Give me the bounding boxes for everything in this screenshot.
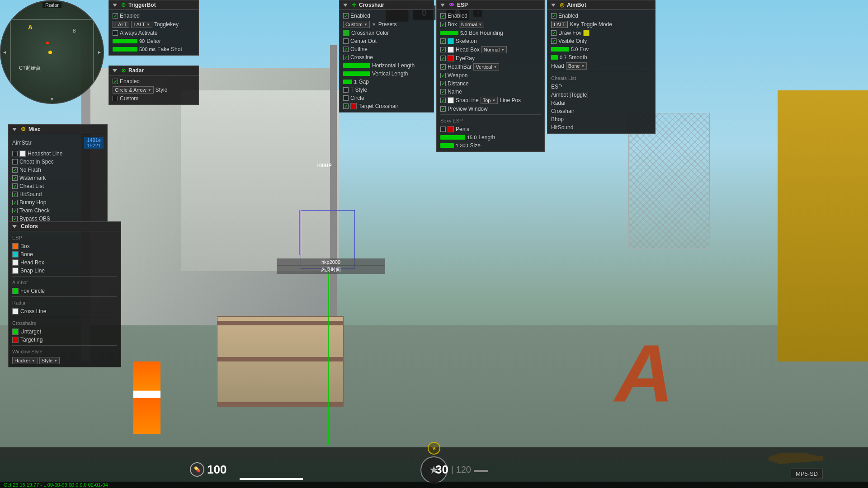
esp-name-checkbox[interactable]: [440, 89, 446, 94]
esp-snapline-swatch[interactable]: [448, 97, 454, 103]
triggerbot-enabled-checkbox[interactable]: [113, 13, 118, 19]
esp-penis-checkbox[interactable]: [440, 127, 446, 132]
esp-snapline-dropdown[interactable]: Top: [481, 97, 498, 104]
misc-noflash-row: No Flash: [12, 166, 104, 174]
esp-eyeray-checkbox[interactable]: [440, 56, 446, 61]
colors-style-dropdown[interactable]: Style: [39, 357, 60, 364]
crosshair-custom-dropdown[interactable]: Custom: [343, 21, 370, 28]
esp-content: Enabled Box Normal 5.0 Box Rounding Skel…: [437, 10, 544, 151]
aimbot-visonly-checkbox[interactable]: [551, 38, 557, 44]
crosshair-enabled-checkbox[interactable]: [343, 13, 349, 19]
esp-healthbar-dropdown[interactable]: Vertical: [473, 63, 499, 70]
crosshair-h-bar[interactable]: [343, 63, 370, 68]
esp-length-bar[interactable]: [440, 135, 465, 140]
esp-box-checkbox[interactable]: [440, 22, 446, 27]
crosshair-collapse[interactable]: [343, 4, 348, 7]
esp-enabled-checkbox[interactable]: [440, 13, 446, 19]
radar-settings-panel: ⊙ Radar Enabled Circle & Arrow Style Cus…: [108, 66, 199, 105]
misc-cheatinspec-checkbox[interactable]: [12, 159, 18, 164]
esp-preview-checkbox[interactable]: [440, 106, 446, 112]
colors-headbox-swatch[interactable]: [12, 259, 19, 266]
triggerbot-collapse[interactable]: [113, 4, 117, 7]
misc-cheatlist-row: Cheat List: [12, 182, 104, 190]
radar-collapse[interactable]: [113, 69, 117, 72]
aimbot-drawfov-checkbox[interactable]: [551, 30, 557, 36]
crosshair-outline-checkbox[interactable]: [343, 47, 349, 52]
misc-noflash-checkbox[interactable]: [12, 167, 18, 173]
misc-cheatlist-checkbox[interactable]: [12, 183, 18, 189]
player-hp-label: 100HP: [316, 163, 332, 168]
crosshair-tstyle-checkbox[interactable]: [343, 87, 349, 93]
colors-crossline-swatch[interactable]: [12, 308, 19, 314]
crosshair-circle-checkbox[interactable]: [343, 95, 349, 101]
triggerbot-lalt-badge[interactable]: LALT: [113, 21, 129, 28]
crosshair-target-swatch[interactable]: [350, 103, 357, 109]
radar-enabled-checkbox[interactable]: [113, 79, 118, 84]
radar-style-dropdown[interactable]: Circle & Arrow: [113, 86, 154, 94]
esp-headbox-checkbox[interactable]: [440, 47, 446, 52]
triggerbot-fakeshot-bar[interactable]: [113, 47, 137, 52]
triggerbot-delay-bar[interactable]: [113, 39, 137, 43]
triggerbot-always-checkbox[interactable]: [113, 30, 118, 36]
colors-fovcircle-swatch[interactable]: [12, 288, 19, 294]
aimbot-header: ◎ AimBot: [547, 0, 655, 10]
esp-skeleton-checkbox[interactable]: [440, 38, 446, 44]
colors-untarget-swatch[interactable]: [12, 328, 19, 335]
colors-targeting-swatch[interactable]: [12, 337, 19, 343]
colors-bone-swatch[interactable]: [12, 251, 19, 258]
misc-headshotline-checkbox[interactable]: [12, 151, 18, 156]
radar-enemy-dot: [46, 42, 49, 44]
misc-hitsound-checkbox[interactable]: [12, 192, 18, 197]
colors-untarget-label: Untarget: [20, 328, 41, 335]
aimbot-fov-bar[interactable]: [551, 47, 569, 52]
esp-box-rounding-row: 5.0 Box Rounding: [440, 29, 541, 37]
crosshair-h-label: Horizontal Length: [372, 62, 415, 69]
esp-eyeray-swatch[interactable]: [448, 55, 454, 61]
triggerbot-key-dropdown[interactable]: LALT: [131, 21, 152, 28]
colors-box-swatch[interactable]: [12, 243, 19, 249]
aimbot-drawfov-swatch[interactable]: [583, 30, 590, 36]
triggerbot-fakeshot-label: Fake Shot: [157, 46, 182, 52]
esp-box-normal-dropdown[interactable]: Normal: [459, 21, 484, 28]
esp-box-value-bar[interactable]: [440, 31, 458, 35]
aimbot-lalt-badge[interactable]: LALT: [551, 21, 568, 28]
esp-collapse[interactable]: [440, 4, 445, 7]
cheats-bhop-label: Bhop: [551, 116, 564, 122]
esp-snapline-checkbox[interactable]: [440, 98, 446, 103]
esp-headbox-normal-dropdown[interactable]: Normal: [481, 46, 507, 53]
esp-skeleton-swatch[interactable]: [448, 38, 454, 44]
crosshair-target-checkbox[interactable]: [343, 103, 349, 109]
colors-snapline-swatch[interactable]: [12, 267, 19, 274]
misc-bypassobs-checkbox[interactable]: [12, 216, 18, 221]
aimbot-enabled-checkbox[interactable]: [551, 13, 557, 19]
misc-headshotline-swatch[interactable]: [19, 150, 26, 157]
esp-headbox-swatch[interactable]: [448, 47, 454, 53]
misc-bunnyhop-checkbox[interactable]: [12, 200, 18, 205]
esp-length-row: 15.0 Length: [440, 133, 541, 141]
misc-teamcheck-checkbox[interactable]: [12, 208, 18, 213]
crosshair-crossline-checkbox[interactable]: [343, 55, 349, 60]
weapon-display: MP5-SD: [791, 469, 823, 479]
colors-collapse[interactable]: [12, 225, 17, 228]
esp-healthbar-checkbox[interactable]: [440, 64, 446, 70]
aimbot-smooth-bar[interactable]: [551, 55, 558, 60]
misc-collapse[interactable]: [12, 128, 17, 131]
misc-watermark-checkbox[interactable]: [12, 175, 18, 181]
aimbot-bone-dropdown[interactable]: Bone: [566, 62, 587, 70]
colors-hacker-dropdown[interactable]: Hacker: [12, 357, 38, 364]
crosshair-centerdot-label: Center Dot: [350, 38, 377, 44]
esp-weapon-checkbox[interactable]: [440, 73, 446, 78]
radar-custom-checkbox[interactable]: [113, 96, 118, 101]
esp-size-bar[interactable]: [440, 143, 454, 148]
ammo-icon: ▬▬: [474, 466, 488, 474]
crosshair-tstyle-label: T Style: [350, 87, 367, 93]
esp-distance-checkbox[interactable]: [440, 81, 446, 86]
esp-penis-swatch[interactable]: [448, 126, 454, 132]
crosshair-gap-bar[interactable]: [343, 80, 352, 84]
misc-teamcheck-label: Team Check: [19, 207, 50, 214]
crosshair-centerdot-checkbox[interactable]: [343, 38, 349, 44]
crosshair-color-swatch[interactable]: [343, 30, 349, 36]
aimbot-collapse[interactable]: [551, 4, 556, 7]
crosshair-v-bar[interactable]: [343, 71, 370, 76]
aimbot-visonly-row: Visible Only: [551, 37, 651, 45]
